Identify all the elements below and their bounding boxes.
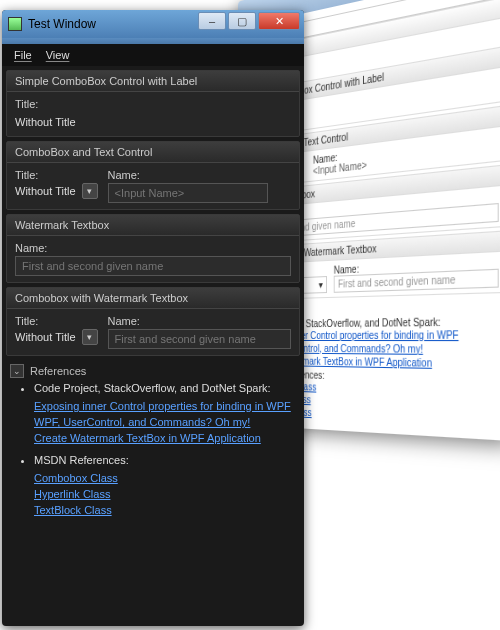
ref-link[interactable]: Exposing inner Control properties for bi… — [34, 398, 296, 414]
panel4-name-label: Name: — [108, 315, 291, 327]
titlebar[interactable]: Test Window – ▢ ✕ — [2, 10, 304, 38]
panel3-header: Watermark Textbox — [7, 215, 299, 236]
menubar: File View — [2, 44, 304, 66]
window-title: Test Window — [28, 17, 96, 31]
ref-group1: Code Project, StackOverflow, and DotNet … — [34, 382, 296, 446]
panel2-combo[interactable]: Without Title ▾ — [15, 183, 98, 199]
panel-combobox-and-text: ComboBox and Text Control Title: Without… — [6, 141, 300, 210]
panel2-combo-value: Without Title — [15, 185, 76, 197]
ref-link[interactable]: TextBlock Class — [34, 502, 296, 518]
panel1-combo[interactable]: Without Title — [15, 116, 76, 128]
panel1-header: Simple ComboBox Control with Label — [7, 71, 299, 92]
panel1-combo-value: Without Title — [15, 116, 76, 128]
ref-link[interactable]: Create Watermark TextBox in WPF Applicat… — [34, 430, 296, 446]
close-button[interactable]: ✕ — [258, 12, 300, 30]
panel3-name-input[interactable] — [15, 256, 291, 276]
minimize-button[interactable]: – — [198, 12, 226, 30]
panel2-header: ComboBox and Text Control — [7, 142, 299, 163]
chevron-down-icon: ▾ — [319, 279, 323, 290]
app-icon — [8, 17, 22, 31]
ref-link[interactable]: WPF, UserControl, and Commands? Oh my! — [34, 414, 296, 430]
panel-simple-combobox: Simple ComboBox Control with Label Title… — [6, 70, 300, 137]
ref-group1-label: Code Project, StackOverflow, and DotNet … — [34, 382, 271, 394]
menu-file[interactable]: File — [14, 49, 32, 61]
ref-link[interactable]: Hyperlink Class — [34, 486, 296, 502]
panel4-name-input[interactable] — [108, 329, 291, 349]
chevron-down-icon: ▾ — [82, 329, 98, 345]
panel2-name-label: Name: — [108, 169, 268, 181]
panel1-title-label: Title: — [15, 98, 291, 110]
chevron-down-icon: ▾ — [82, 183, 98, 199]
references-expander[interactable]: ⌄ References — [10, 364, 296, 378]
panel-combobox-with-watermark: Combobox with Watermark Textbox Title: W… — [6, 287, 300, 356]
panel3-name-label: Name: — [15, 242, 291, 254]
panel4-title-label: Title: — [15, 315, 98, 327]
ref-group2-label: MSDN References: — [34, 454, 129, 466]
expander-icon: ⌄ — [10, 364, 24, 378]
references-header: References — [30, 365, 86, 377]
dark-window: Test Window – ▢ ✕ File View Simple Combo… — [2, 10, 304, 626]
ref-group2: MSDN References: Combobox Class Hyperlin… — [34, 454, 296, 518]
panel-watermark-textbox: Watermark Textbox Name: — [6, 214, 300, 283]
maximize-button[interactable]: ▢ — [228, 12, 256, 30]
panel2-name-input[interactable] — [108, 183, 268, 203]
panel2-title-label: Title: — [15, 169, 98, 181]
menu-view[interactable]: View — [46, 49, 70, 61]
panel4-combo[interactable]: Without Title ▾ — [15, 329, 98, 345]
references-list: Code Project, StackOverflow, and DotNet … — [10, 382, 296, 518]
panel4-header: Combobox with Watermark Textbox — [7, 288, 299, 309]
ref-link[interactable]: Combobox Class — [34, 470, 296, 486]
panel4-combo-value: Without Title — [15, 331, 76, 343]
